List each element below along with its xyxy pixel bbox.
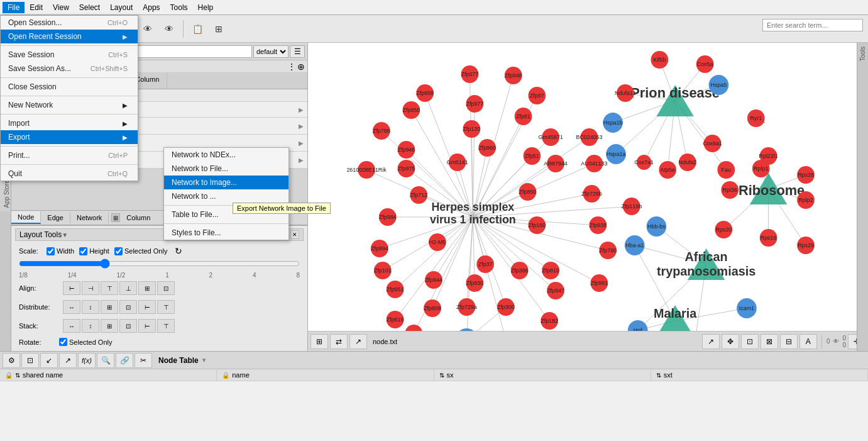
tools-label[interactable]: Tools bbox=[858, 43, 867, 65]
align-middle-btn[interactable]: ⊞ bbox=[138, 281, 156, 295]
bottom-tab-network[interactable]: Network bbox=[70, 212, 109, 223]
align-top-btn[interactable]: ⊥ bbox=[119, 281, 137, 295]
menu-view[interactable]: View bbox=[48, 2, 74, 13]
table-link-btn[interactable]: 🔗 bbox=[116, 353, 133, 368]
svg-text:Zfp984: Zfp984 bbox=[379, 214, 397, 220]
table-unlink-btn[interactable]: ✂ bbox=[135, 353, 152, 368]
style-menu-btn[interactable]: ☰ bbox=[290, 45, 305, 58]
export-to-file-item[interactable]: Network to File... bbox=[164, 162, 288, 176]
collapse-btn[interactable]: ⋮ bbox=[287, 62, 296, 72]
expand-btn[interactable]: ⊕ bbox=[297, 62, 305, 72]
net-tb-select-btn[interactable]: ⊡ bbox=[741, 334, 759, 349]
stack-v2-btn[interactable]: ⊡ bbox=[119, 319, 137, 333]
net-tb-export-btn[interactable]: ↗ bbox=[349, 334, 367, 349]
selected-only-checkbox-label[interactable]: Selected Only bbox=[114, 247, 167, 255]
scale-slider[interactable] bbox=[19, 259, 300, 269]
network-view[interactable]: Prion disease Ribosome African trypanoso… bbox=[308, 43, 868, 351]
open-recent-item[interactable]: Open Recent Session ▶ bbox=[1, 30, 138, 43]
table-settings-btn[interactable]: ⚙ bbox=[3, 353, 20, 368]
dist-v2-btn[interactable]: ⊡ bbox=[119, 300, 137, 314]
net-tb-grid-btn[interactable]: ⊞ bbox=[310, 334, 328, 349]
stack-h3-btn[interactable]: ⊢ bbox=[138, 319, 156, 333]
bottom-tab-column[interactable]: Column bbox=[123, 212, 154, 223]
dist-h3-btn[interactable]: ⊢ bbox=[138, 300, 156, 314]
export-styles-item[interactable]: Styles to File... bbox=[164, 226, 288, 240]
label-color-expand-icon[interactable]: ▶ bbox=[299, 123, 304, 130]
height-checkbox-label[interactable]: Height bbox=[79, 247, 109, 255]
selected-only-checkbox[interactable] bbox=[114, 247, 123, 255]
width-checkbox-label[interactable]: Width bbox=[47, 247, 74, 255]
export-to-other-item[interactable]: Network to ... bbox=[164, 189, 288, 203]
align-left-btn[interactable]: ⊢ bbox=[63, 281, 80, 295]
style-select[interactable]: default bbox=[253, 45, 288, 58]
label-expand-icon[interactable]: ▶ bbox=[299, 106, 304, 113]
new-network-item[interactable]: New Network ▶ bbox=[1, 98, 138, 112]
print-item[interactable]: Print... Ctrl+P bbox=[1, 148, 138, 162]
table-import-btn[interactable]: ↙ bbox=[40, 353, 58, 368]
layout-arrow[interactable]: ▼ bbox=[62, 232, 68, 238]
label-font-expand-icon[interactable]: ▶ bbox=[299, 140, 304, 147]
table-search-btn[interactable]: 🔍 bbox=[97, 353, 114, 368]
table-arrow[interactable]: ▼ bbox=[201, 357, 207, 364]
dist-v-btn[interactable]: ↕ bbox=[82, 300, 99, 314]
export-ndex-item[interactable]: Network to NDEx... bbox=[164, 148, 288, 162]
prion-label: Prion disease bbox=[630, 85, 720, 101]
save-session-as-item[interactable]: Save Session As... Ctrl+Shift+S bbox=[1, 62, 138, 75]
import-item[interactable]: Import ▶ bbox=[1, 116, 138, 130]
refresh-scale-btn[interactable]: ↻ bbox=[175, 246, 182, 256]
menu-edit[interactable]: Edit bbox=[25, 2, 48, 13]
align-center-btn[interactable]: ⊣ bbox=[82, 281, 99, 295]
layout-title: Layout Tools bbox=[19, 230, 62, 239]
bottom-tab-edge[interactable]: Edge bbox=[41, 212, 70, 223]
export-to-image-item[interactable]: Network to Image... bbox=[164, 176, 288, 189]
open-session-item[interactable]: Open Session... Ctrl+O bbox=[1, 16, 138, 30]
menu-apps[interactable]: Apps bbox=[138, 2, 165, 13]
copy-button[interactable]: 📋 bbox=[187, 19, 207, 39]
table-button[interactable]: ⊞ bbox=[209, 19, 229, 39]
table-toggle-btn[interactable]: ⊡ bbox=[21, 353, 39, 368]
quit-item[interactable]: Quit Ctrl+Q bbox=[1, 167, 138, 181]
export-item[interactable]: Export ▶ bbox=[1, 130, 138, 144]
menu-help[interactable]: Help bbox=[193, 2, 219, 13]
layout-close-btn[interactable]: ✕ bbox=[290, 230, 299, 239]
shape-expand-icon[interactable]: ▶ bbox=[299, 157, 304, 164]
rotate-selected-label[interactable]: Selected Only bbox=[59, 338, 112, 346]
bottom-tab-node[interactable]: Node bbox=[11, 211, 41, 224]
stack-v3-btn[interactable]: ⊤ bbox=[157, 319, 175, 333]
net-tb-share-btn[interactable]: ⇄ bbox=[330, 334, 348, 349]
col-sxt[interactable]: ⇅ sxt bbox=[651, 369, 868, 381]
menu-tools[interactable]: Tools bbox=[165, 2, 193, 13]
col-name[interactable]: 🔒 name bbox=[217, 369, 434, 381]
search-input[interactable] bbox=[762, 19, 863, 31]
stack-h2-btn[interactable]: ⊞ bbox=[101, 319, 118, 333]
table-export-btn[interactable]: ↗ bbox=[59, 353, 77, 368]
stack-h-btn[interactable]: ↔ bbox=[63, 319, 80, 333]
close-session-item[interactable]: Close Session bbox=[1, 80, 138, 94]
save-session-item[interactable]: Save Session Ctrl+S bbox=[1, 48, 138, 62]
net-tb-text-btn[interactable]: A bbox=[799, 334, 817, 349]
stack-v-btn[interactable]: ↕ bbox=[82, 319, 99, 333]
width-checkbox[interactable] bbox=[47, 247, 55, 255]
hide-button[interactable]: 👁 bbox=[138, 19, 158, 39]
dist-v3-btn[interactable]: ⊤ bbox=[157, 300, 175, 314]
dist-h2-btn[interactable]: ⊞ bbox=[101, 300, 118, 314]
rotate-selected-checkbox[interactable] bbox=[59, 338, 67, 346]
menu-layout[interactable]: Layout bbox=[105, 2, 138, 13]
menu-select[interactable]: Select bbox=[74, 2, 105, 13]
svg-text:Zfp944: Zfp944 bbox=[425, 277, 442, 283]
dist-h-btn[interactable]: ↔ bbox=[63, 300, 80, 314]
column-tab-icon[interactable]: ⊞ bbox=[111, 213, 120, 222]
show-button[interactable]: 👁 bbox=[159, 19, 179, 39]
net-tb-select2-btn[interactable]: ⊠ bbox=[761, 334, 778, 349]
height-checkbox[interactable] bbox=[79, 247, 87, 255]
net-tb-export2-btn[interactable]: ↗ bbox=[702, 334, 720, 349]
align-right-btn[interactable]: ⊤ bbox=[101, 281, 118, 295]
net-tb-move-btn[interactable]: ✥ bbox=[722, 334, 739, 349]
align-bottom-btn[interactable]: ⊡ bbox=[157, 281, 175, 295]
table-formula-btn[interactable]: f(x) bbox=[78, 353, 96, 368]
net-tb-select3-btn[interactable]: ⊟ bbox=[780, 334, 798, 349]
col-sx[interactable]: ⇅ sx bbox=[434, 369, 651, 381]
svg-text:Zfp975: Zfp975 bbox=[398, 165, 415, 172]
menu-file[interactable]: File bbox=[3, 2, 25, 13]
col-shared-name[interactable]: 🔒 ⇅ shared name bbox=[0, 369, 217, 381]
